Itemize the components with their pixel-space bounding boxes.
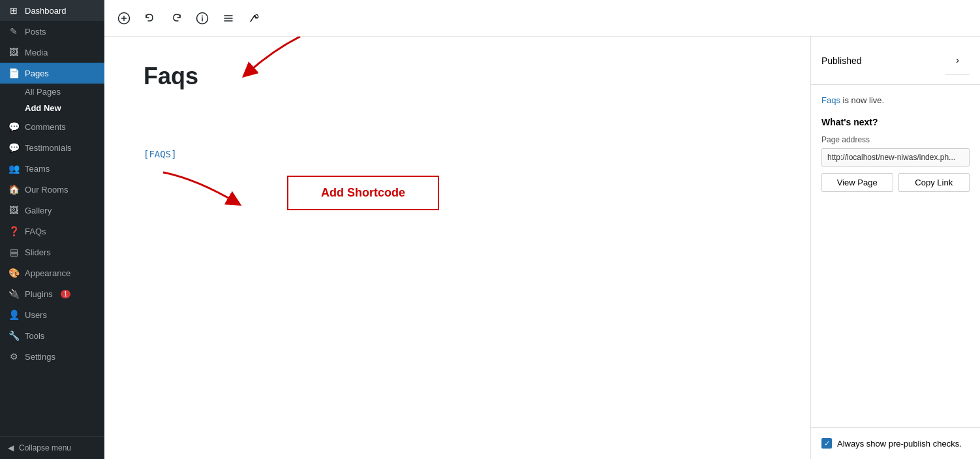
add-shortcode-box[interactable]: Add Shortcode [287,176,439,210]
dashboard-icon: ⊞ [8,5,20,16]
sidebar-item-gallery[interactable]: 🖼 Gallery [0,200,104,221]
sliders-icon: ▤ [8,247,20,257]
shortcode-text: [FAQS] [144,149,771,159]
whats-next-heading: What's next? [821,117,970,127]
live-notice: Faqs is now live. [821,95,970,105]
collapse-icon: ◀ [8,443,14,452]
faqs-icon: ❓ [8,226,20,236]
sidebar-item-posts[interactable]: ✎ Posts [0,21,104,42]
sidebar-sub-add-new[interactable]: Add New [0,100,104,116]
undo-button[interactable] [138,7,162,30]
svg-point-5 [202,15,203,16]
gallery-icon: 🖼 [8,205,20,215]
sidebar-item-users[interactable]: 👤 Users [0,304,104,325]
media-icon: 🖼 [8,47,20,57]
right-panel: Published › Faqs is now live. What's nex… [810,37,980,459]
editor-toolbar [104,0,980,37]
users-icon: 👤 [8,309,20,320]
comments-icon: 💬 [8,121,20,132]
settings-icon: ⚙ [8,351,20,362]
plugins-icon: 🔌 [8,289,20,299]
pre-publish-checkbox[interactable] [821,438,832,449]
sidebar-item-pages[interactable]: 📄 Pages [0,63,104,84]
pages-icon: 📄 [8,68,20,78]
sidebar-item-comments[interactable]: 💬 Comments [0,116,104,137]
list-view-button[interactable] [217,7,240,30]
sidebar-item-teams[interactable]: 👥 Teams [0,158,104,179]
posts-icon: ✎ [8,26,20,37]
sidebar-item-faqs[interactable]: ❓ FAQs [0,221,104,242]
teams-icon: 👥 [8,163,20,174]
faqs-link[interactable]: Faqs [821,95,840,105]
panel-header: Published › [811,37,980,85]
main-area: Faqs [FAQS] [104,0,980,459]
appearance-icon: 🎨 [8,268,20,278]
sidebar-item-tools[interactable]: 🔧 Tools [0,325,104,346]
panel-body: Faqs is now live. What's next? Page addr… [811,85,980,427]
panel-action-buttons: View Page Copy Link [821,173,970,192]
sidebar-item-testimonials[interactable]: 💬 Testimonials [0,137,104,158]
tools-icon: 🔧 [8,330,20,341]
sidebar-item-settings[interactable]: ⚙ Settings [0,346,104,367]
sidebar-item-our-rooms[interactable]: 🏠 Our Rooms [0,179,104,200]
redo-button[interactable] [164,7,188,30]
view-page-button[interactable]: View Page [821,173,893,192]
details-button[interactable] [191,7,214,30]
shortcode-annotation-arrow [144,166,274,218]
sidebar-item-media[interactable]: 🖼 Media [0,42,104,63]
sidebar-item-dashboard[interactable]: ⊞ Dashboard [0,0,104,21]
published-status-label: Published [821,55,862,66]
page-title: Faqs [144,63,198,90]
sidebar-item-appearance[interactable]: 🎨 Appearance [0,262,104,283]
title-annotation-arrow [222,37,313,82]
content-area: Faqs [FAQS] [104,37,980,459]
panel-footer: Always show pre-publish checks. [811,427,980,459]
editor-canvas[interactable]: Faqs [FAQS] [104,37,810,459]
page-address-field[interactable]: http://localhost/new-niwas/index.ph... [821,148,970,166]
copy-link-button[interactable]: Copy Link [898,173,970,192]
add-block-button[interactable] [112,7,136,30]
sidebar-item-plugins[interactable]: 🔌 Plugins 1 [0,283,104,304]
collapse-menu-button[interactable]: ◀ Collapse menu [0,436,104,459]
plugins-badge: 1 [61,290,71,298]
always-show-label: Always show pre-publish checks. [837,439,962,449]
add-shortcode-label: Add Shortcode [321,186,405,199]
testimonials-icon: 💬 [8,142,20,153]
tools-button[interactable] [243,7,266,30]
sidebar-item-sliders[interactable]: ▤ Sliders [0,242,104,262]
our-rooms-icon: 🏠 [8,184,20,195]
page-address-label: Page address [821,135,970,144]
panel-close-button[interactable]: › [945,46,970,75]
sidebar-sub-all-pages[interactable]: All Pages [0,84,104,100]
sidebar: ⊞ Dashboard ✎ Posts 🖼 Media 📄 Pages All … [0,0,104,459]
